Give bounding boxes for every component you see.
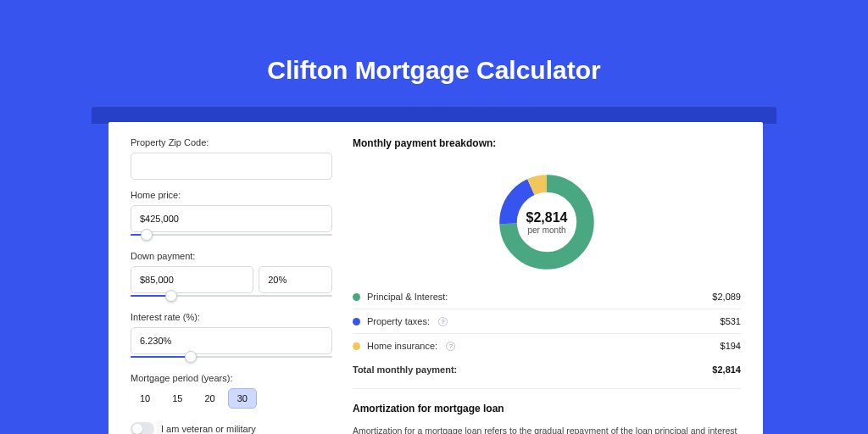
donut-chart: $2,814 per month — [496, 171, 598, 273]
period-button-20[interactable]: 20 — [196, 388, 225, 409]
amortization-section: Amortization for mortgage loan Amortizat… — [353, 388, 741, 434]
help-icon[interactable]: ? — [446, 342, 455, 351]
down-slider-thumb[interactable] — [165, 290, 177, 302]
period-label: Mortgage period (years): — [131, 373, 332, 383]
total-label: Total monthly payment: — [353, 364, 457, 375]
rate-slider-thumb[interactable] — [185, 351, 197, 363]
breakdown-panel: Monthly payment breakdown: $2,814 per mo… — [353, 137, 741, 434]
calculator-card: Property Zip Code: Home price: Down paym… — [108, 122, 763, 434]
legend-label: Property taxes: — [367, 316, 430, 326]
legend-dot — [353, 318, 360, 326]
price-slider-thumb[interactable] — [141, 229, 153, 241]
veteran-toggle[interactable] — [131, 422, 154, 434]
legend-value: $194 — [721, 341, 741, 351]
legend-value: $2,089 — [712, 292, 741, 302]
period-button-10[interactable]: 10 — [131, 388, 159, 409]
rate-input[interactable] — [131, 327, 332, 354]
legend-dot — [353, 342, 360, 350]
legend: Principal & Interest:$2,089Property taxe… — [353, 285, 741, 358]
zip-label: Property Zip Code: — [131, 137, 332, 147]
legend-row: Principal & Interest:$2,089 — [353, 285, 741, 309]
price-input[interactable] — [131, 205, 332, 232]
zip-input[interactable] — [131, 153, 332, 180]
period-button-30[interactable]: 30 — [228, 388, 257, 409]
page-title: Clifton Mortgage Calculator — [0, 0, 868, 105]
donut-amount: $2,814 — [526, 210, 568, 225]
total-row: Total monthly payment: $2,814 — [353, 358, 741, 381]
total-value: $2,814 — [712, 364, 741, 375]
down-pct-input[interactable] — [259, 266, 332, 293]
period-buttons: 10152030 — [131, 388, 332, 409]
veteran-label: I am veteran or military — [161, 424, 256, 434]
form-panel: Property Zip Code: Home price: Down paym… — [131, 137, 332, 434]
donut-sub: per month — [527, 225, 565, 235]
breakdown-title: Monthly payment breakdown: — [353, 137, 741, 149]
legend-label: Principal & Interest: — [367, 292, 448, 302]
card-shadow — [92, 107, 776, 124]
legend-dot — [353, 293, 360, 301]
rate-label: Interest rate (%): — [131, 312, 332, 322]
price-slider[interactable] — [131, 231, 332, 241]
down-amount-input[interactable] — [131, 266, 253, 293]
amortization-title: Amortization for mortgage loan — [353, 403, 741, 415]
legend-row: Home insurance:?$194 — [353, 334, 741, 358]
legend-label: Home insurance: — [367, 341, 437, 351]
price-label: Home price: — [131, 190, 332, 200]
rate-slider[interactable] — [131, 353, 332, 363]
down-slider[interactable] — [131, 292, 332, 302]
down-label: Down payment: — [131, 251, 332, 261]
help-icon[interactable]: ? — [438, 317, 448, 326]
legend-row: Property taxes:?$531 — [353, 309, 741, 334]
amortization-body: Amortization for a mortgage loan refers … — [353, 425, 741, 434]
legend-value: $531 — [721, 316, 741, 326]
period-button-15[interactable]: 15 — [163, 388, 192, 409]
